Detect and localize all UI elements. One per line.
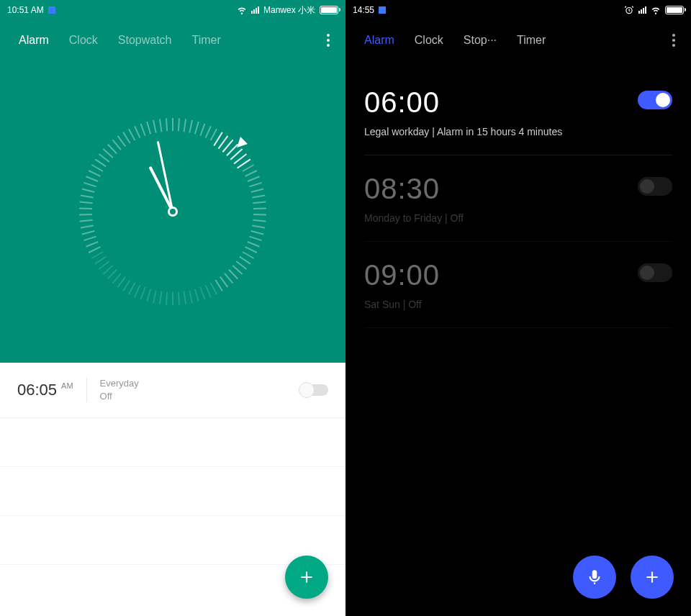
- tick: [245, 170, 257, 177]
- menu-button[interactable]: [320, 34, 337, 47]
- voice-button[interactable]: [573, 556, 616, 599]
- tick: [194, 289, 199, 302]
- wifi-icon: [237, 5, 247, 15]
- tick: [189, 290, 193, 303]
- status-time: 14:55: [353, 5, 374, 15]
- tab-stopwatch[interactable]: Stop···: [453, 34, 507, 47]
- tab-stopwatch[interactable]: Stopwatch: [108, 34, 182, 47]
- plus-icon: [297, 568, 316, 586]
- alarm-row[interactable]: 06:05 AM Everyday Off: [0, 363, 346, 418]
- alarm-time: 06:05: [17, 381, 57, 399]
- alarm-row[interactable]: 06:00 Legal workday | Alarm in 15 hours …: [364, 69, 672, 155]
- tick: [178, 292, 180, 305]
- tick: [166, 118, 168, 131]
- tick: [252, 194, 265, 198]
- tick: [86, 176, 98, 182]
- status-indicator-icon: [48, 6, 55, 14]
- tick: [242, 164, 254, 172]
- tick: [199, 123, 205, 136]
- alarm-toggle[interactable]: [638, 263, 672, 282]
- tab-timer[interactable]: Timer: [182, 34, 231, 47]
- status-indicator-icon: [379, 6, 386, 14]
- alarm-meta: Everyday Off: [100, 377, 139, 403]
- tick: [128, 282, 135, 294]
- tick: [184, 291, 186, 304]
- tab-bar: Alarm Clock Stopwatch Timer: [0, 20, 346, 60]
- tick: [153, 120, 157, 133]
- tick: [159, 119, 162, 132]
- tick: [128, 129, 135, 141]
- tick: [80, 201, 93, 204]
- list-item: [0, 467, 346, 516]
- tick: [80, 219, 93, 222]
- divider: [86, 378, 87, 402]
- tick: [184, 119, 186, 132]
- alarm-row[interactable]: 08:30 Monday to Friday | Off: [364, 155, 672, 242]
- alarm-ampm: AM: [61, 381, 73, 390]
- status-time: 10:51 AM: [7, 5, 44, 15]
- tick: [146, 289, 151, 302]
- status-bar: 14:55: [346, 0, 691, 20]
- tick: [89, 170, 101, 177]
- tick: [210, 282, 217, 294]
- tick: [83, 182, 96, 187]
- alarm-time: 06:00: [364, 86, 672, 119]
- add-alarm-button[interactable]: [285, 556, 328, 599]
- tick: [215, 279, 223, 291]
- tick: [140, 287, 146, 300]
- plus-icon: [643, 568, 661, 586]
- tick: [91, 164, 104, 172]
- tick: [81, 194, 94, 198]
- alarm-time: 09:00: [364, 259, 672, 291]
- tick: [172, 118, 173, 131]
- tick: [250, 230, 263, 235]
- tick: [253, 219, 266, 222]
- tick: [205, 285, 212, 297]
- alarm-meta: Sat Sun | Off: [364, 299, 672, 310]
- alarm-time: 08:30: [364, 173, 672, 205]
- tab-clock[interactable]: Clock: [405, 34, 453, 47]
- status-carrier: Manwex 小米: [263, 4, 315, 17]
- alarm-marker-icon: [233, 137, 248, 151]
- tick: [82, 189, 95, 193]
- tick: [134, 285, 140, 297]
- tick: [245, 246, 257, 253]
- tick: [122, 132, 130, 143]
- tick: [252, 225, 265, 228]
- alarm-state: Off: [100, 390, 139, 403]
- alarm-toggle[interactable]: [638, 91, 672, 109]
- status-bar: 10:51 AM Manwex 小米: [0, 0, 346, 20]
- mic-icon: [585, 568, 604, 586]
- add-alarm-button[interactable]: [631, 556, 674, 599]
- tab-alarm[interactable]: Alarm: [9, 34, 59, 47]
- tick: [159, 291, 162, 304]
- tick: [247, 176, 259, 182]
- tick: [89, 246, 101, 253]
- menu-button[interactable]: [665, 34, 682, 47]
- alarm-meta: Legal workday | Alarm in 15 hours 4 minu…: [364, 126, 672, 137]
- clock-center: [168, 207, 178, 217]
- signal-icon: [251, 6, 259, 14]
- tab-alarm[interactable]: Alarm: [354, 34, 405, 47]
- tick: [194, 122, 199, 135]
- alarm-toggle[interactable]: [638, 177, 672, 196]
- alarm-row[interactable]: 09:00 Sat Sun | Off: [364, 242, 672, 328]
- tick: [140, 123, 146, 136]
- tick: [253, 214, 266, 216]
- battery-icon: [665, 6, 684, 14]
- tick: [253, 207, 266, 209]
- alarm-toggle[interactable]: [299, 384, 328, 396]
- tick: [86, 241, 98, 248]
- tab-clock[interactable]: Clock: [59, 34, 108, 47]
- tick: [250, 189, 263, 193]
- tick: [81, 225, 94, 228]
- tick: [178, 118, 180, 131]
- analog-clock[interactable]: [0, 60, 346, 363]
- tick: [172, 292, 173, 305]
- alarm-meta: Monday to Friday | Off: [364, 212, 672, 224]
- wifi-icon: [651, 5, 661, 15]
- tick: [189, 120, 193, 133]
- tick: [253, 201, 266, 204]
- tick: [95, 158, 107, 167]
- tab-timer[interactable]: Timer: [507, 34, 556, 47]
